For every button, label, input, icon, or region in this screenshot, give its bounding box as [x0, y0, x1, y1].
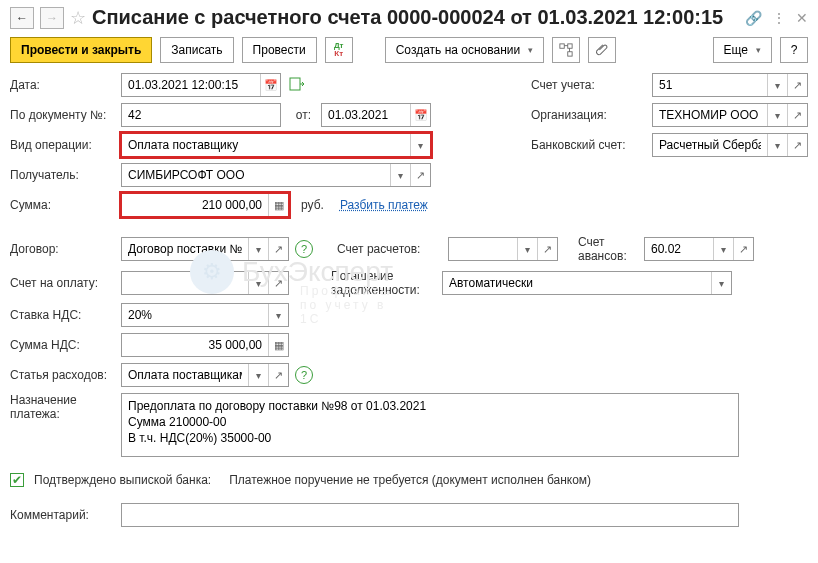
from-label: от: [287, 108, 315, 122]
paperclip-icon [595, 43, 609, 57]
org-dropdown-icon[interactable] [767, 104, 787, 126]
vatsum-input[interactable] [122, 334, 268, 356]
titlebar: ← → ☆ Списание с расчетного счета 0000-0… [10, 6, 808, 29]
bankacct-label: Банковский счет: [531, 138, 646, 152]
invoice-dropdown-icon[interactable] [248, 272, 268, 294]
invoice-open-icon[interactable] [268, 272, 288, 294]
docnum-input[interactable] [122, 104, 280, 126]
close-icon[interactable]: ✕ [796, 10, 808, 26]
post-button[interactable]: Провести [242, 37, 317, 63]
debt-dropdown-icon[interactable] [711, 272, 731, 294]
confirmed-checkbox[interactable]: ✔ [10, 473, 24, 487]
expense-open-icon[interactable] [268, 364, 288, 386]
date-label: Дата: [10, 78, 115, 92]
optype-label: Вид операции: [10, 138, 115, 152]
account-input[interactable] [653, 74, 767, 96]
account-dropdown-icon[interactable] [767, 74, 787, 96]
currency-label: руб. [301, 198, 324, 212]
bankacct-input[interactable] [653, 134, 767, 156]
settle-dropdown-icon[interactable] [517, 238, 537, 260]
settle-input[interactable] [449, 238, 517, 260]
sum-input[interactable] [122, 194, 268, 216]
contract-open-icon[interactable] [268, 238, 288, 260]
sum-label: Сумма: [10, 198, 115, 212]
vatrate-label: Ставка НДС: [10, 308, 115, 322]
contract-input[interactable] [122, 238, 248, 260]
svg-rect-0 [560, 44, 564, 48]
expense-input[interactable] [122, 364, 248, 386]
write-button[interactable]: Записать [160, 37, 233, 63]
attach-button[interactable] [588, 37, 616, 63]
window-title: Списание с расчетного счета 0000-000024 … [92, 6, 723, 29]
vatsum-label: Сумма НДС: [10, 338, 115, 352]
docdate-calendar-icon[interactable] [410, 104, 430, 126]
related-icon [559, 43, 573, 57]
expense-help-icon[interactable]: ? [295, 366, 313, 384]
adv-dropdown-icon[interactable] [713, 238, 733, 260]
recipient-dropdown-icon[interactable] [390, 164, 410, 186]
debt-input[interactable] [443, 272, 711, 294]
org-open-icon[interactable] [787, 104, 807, 126]
date-calendar-icon[interactable] [260, 74, 280, 96]
docdate-input[interactable] [322, 104, 410, 126]
recipient-input[interactable] [122, 164, 390, 186]
comment-input[interactable] [122, 504, 738, 526]
settle-label: Счет расчетов: [337, 242, 442, 256]
date-input[interactable] [122, 74, 260, 96]
svg-rect-1 [568, 44, 572, 48]
link-icon[interactable]: 🔗 [745, 10, 762, 26]
more-label: Еще [724, 43, 748, 57]
favorite-icon[interactable]: ☆ [70, 7, 86, 29]
nav-back-button[interactable]: ← [10, 7, 34, 29]
purpose-textarea[interactable] [121, 393, 739, 457]
comment-label: Комментарий: [10, 508, 115, 522]
toolbar: Провести и закрыть Записать Провести ДтК… [10, 37, 808, 63]
more-button[interactable]: Еще▾ [713, 37, 772, 63]
purpose-label: Назначение платежа: [10, 393, 115, 421]
bankacct-dropdown-icon[interactable] [767, 134, 787, 156]
org-input[interactable] [653, 104, 767, 126]
contract-label: Договор: [10, 242, 115, 256]
nav-forward-button[interactable]: → [40, 7, 64, 29]
related-button[interactable] [552, 37, 580, 63]
split-payment-link[interactable]: Разбить платеж [340, 198, 428, 212]
optype-input[interactable] [122, 134, 410, 156]
dtkt-button[interactable]: ДтКт [325, 37, 353, 63]
invoice-label: Счет на оплату: [10, 276, 115, 290]
create-based-label: Создать на основании [396, 43, 521, 57]
help-button[interactable]: ? [780, 37, 808, 63]
expense-label: Статья расходов: [10, 368, 115, 382]
adv-open-icon[interactable] [733, 238, 753, 260]
svg-rect-2 [568, 52, 572, 56]
account-label: Счет учета: [531, 78, 646, 92]
debt-label: Погашение задолженности: [331, 269, 436, 297]
org-label: Организация: [531, 108, 646, 122]
contract-help-icon[interactable]: ? [295, 240, 313, 258]
adv-label: Счет авансов: [578, 235, 638, 263]
optype-dropdown-icon[interactable] [410, 134, 430, 156]
docnum-label: По документу №: [10, 108, 115, 122]
recipient-open-icon[interactable] [410, 164, 430, 186]
po-text: Платежное поручение не требуется (докуме… [229, 473, 591, 487]
vatsum-calc-icon[interactable] [268, 334, 288, 356]
vatrate-dropdown-icon[interactable] [268, 304, 288, 326]
vatrate-input[interactable] [122, 304, 268, 326]
svg-rect-3 [290, 78, 300, 90]
refresh-icon[interactable] [287, 77, 307, 94]
post-close-button[interactable]: Провести и закрыть [10, 37, 152, 63]
menu-icon[interactable]: ⋮ [772, 10, 786, 26]
contract-dropdown-icon[interactable] [248, 238, 268, 260]
invoice-input[interactable] [122, 272, 248, 294]
settle-open-icon[interactable] [537, 238, 557, 260]
create-based-button[interactable]: Создать на основании▾ [385, 37, 545, 63]
bankacct-open-icon[interactable] [787, 134, 807, 156]
account-open-icon[interactable] [787, 74, 807, 96]
sum-calc-icon[interactable] [268, 194, 288, 216]
recipient-label: Получатель: [10, 168, 115, 182]
confirmed-label: Подтверждено выпиской банка: [34, 473, 211, 487]
adv-input[interactable] [645, 238, 713, 260]
expense-dropdown-icon[interactable] [248, 364, 268, 386]
